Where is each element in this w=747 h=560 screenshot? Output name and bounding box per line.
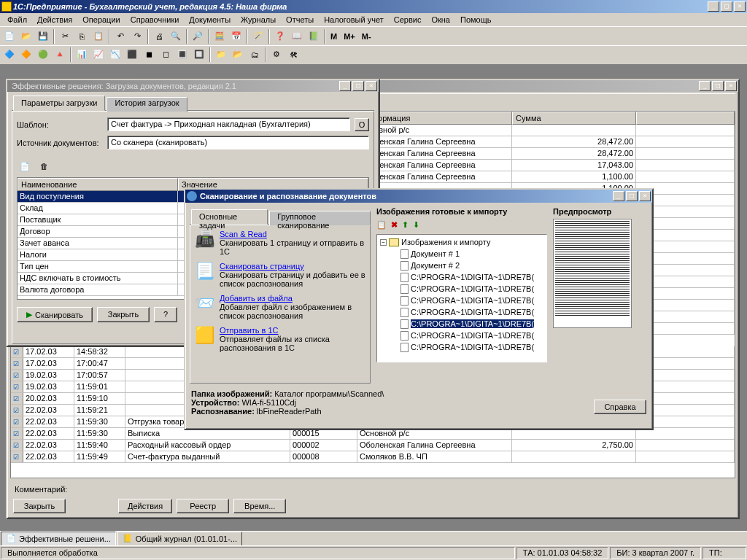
tb-preview-icon[interactable]: 🔍 xyxy=(168,28,184,44)
tb2-j-icon[interactable]: ◻ xyxy=(158,47,174,63)
load-max-button[interactable]: □ xyxy=(352,81,364,91)
tb-help-icon[interactable]: ❓ xyxy=(272,28,288,44)
tree-item[interactable]: C:\PROGRA~1\DIGITA~1\DRE7B( xyxy=(390,295,545,306)
menu-service[interactable]: Сервис xyxy=(390,14,426,26)
journal-reestr-btn[interactable]: Реестр xyxy=(177,499,229,513)
tb-cut-icon[interactable]: ✂ xyxy=(57,28,73,44)
menu-actions[interactable]: Действия xyxy=(33,14,77,26)
table-row[interactable]: ☑22.02.0311:59:49Счет-фактура выданный00… xyxy=(11,451,735,463)
tb-undo-icon[interactable]: ↶ xyxy=(112,28,128,44)
tb2-l-icon[interactable]: 🔲 xyxy=(191,47,207,63)
tb2-f-icon[interactable]: 📈 xyxy=(90,47,107,63)
task-load[interactable]: 📄Эффективные решени... xyxy=(1,532,116,546)
pcol-name[interactable]: Наименование xyxy=(18,178,178,191)
template-dropdown[interactable]: Счет фактура -> Приходная накладная (Бух… xyxy=(107,117,350,131)
journal-max-button[interactable]: □ xyxy=(712,81,724,91)
tree-item[interactable]: Документ # 2 xyxy=(390,260,545,271)
tb-print-icon[interactable]: 🖨 xyxy=(151,28,167,44)
menu-references[interactable]: Справочники xyxy=(126,14,184,26)
scan-button[interactable]: ▶Сканировать xyxy=(17,307,93,322)
tb2-k-icon[interactable]: 🔳 xyxy=(174,47,190,63)
tree-root[interactable]: Изображения к импорту xyxy=(401,238,490,246)
load-help-btn[interactable]: ? xyxy=(154,307,177,322)
task-link[interactable]: Добавить из файла xyxy=(220,294,365,303)
scan-tab-group[interactable]: Групповое сканирование xyxy=(269,211,371,226)
tb2-b-icon[interactable]: 🔶 xyxy=(18,47,34,63)
scan-max-button[interactable]: □ xyxy=(626,191,638,201)
tb2-c-icon[interactable]: 🟢 xyxy=(35,47,51,63)
task-link[interactable]: Scan & Read xyxy=(220,230,365,238)
load-close-btn2[interactable]: Закрыть xyxy=(97,307,150,322)
menu-file[interactable]: Файл xyxy=(3,14,31,26)
jcol-sum[interactable]: Сумма xyxy=(512,112,636,125)
menu-windows[interactable]: Окна xyxy=(427,14,454,26)
jcol-info[interactable]: Информация xyxy=(357,112,512,125)
tree-tb-down-icon[interactable]: ⬇ xyxy=(413,220,419,230)
menu-documents[interactable]: Документы xyxy=(185,14,235,26)
menu-help[interactable]: Помощь xyxy=(456,14,496,26)
tb-book2-icon[interactable]: 📗 xyxy=(306,28,322,44)
main-maximize-button[interactable]: □ xyxy=(721,1,732,12)
load-close-button[interactable]: × xyxy=(365,81,377,91)
tb-paste-icon[interactable]: 📋 xyxy=(90,28,107,44)
tb-mm[interactable]: М- xyxy=(359,31,374,42)
tb2-n-icon[interactable]: 📂 xyxy=(230,47,246,63)
tb-open-icon[interactable]: 📂 xyxy=(18,28,34,44)
tb-wizard-icon[interactable]: 🪄 xyxy=(250,28,266,44)
tb2-i-icon[interactable]: ◼ xyxy=(141,47,157,63)
menu-reports[interactable]: Отчеты xyxy=(282,14,318,26)
table-row[interactable]: ☑22.02.0311:59:40Расходный кассовый орде… xyxy=(11,440,735,451)
tb2-m-icon[interactable]: 📁 xyxy=(213,47,229,63)
source-dropdown[interactable]: Со сканера (сканировать) xyxy=(107,136,369,149)
task-link[interactable]: Сканировать страницу xyxy=(220,262,365,271)
tb-find-icon[interactable]: 🔎 xyxy=(190,28,206,44)
tb2-o-icon[interactable]: 🗂 xyxy=(247,47,263,63)
load-min-button[interactable]: _ xyxy=(339,81,351,91)
images-tree[interactable]: −Изображения к импорту Документ # 1Докум… xyxy=(376,234,547,362)
tb-m[interactable]: М xyxy=(328,31,340,42)
tb2-g-icon[interactable]: 📉 xyxy=(107,47,123,63)
tree-item[interactable]: Документ # 1 xyxy=(390,248,545,260)
tb-book-icon[interactable]: 📖 xyxy=(289,28,305,44)
tb-new-icon[interactable]: 📄 xyxy=(1,28,18,44)
menu-tax[interactable]: Налоговый учет xyxy=(320,14,388,26)
journal-time-btn[interactable]: Время... xyxy=(233,499,286,513)
task-link[interactable]: Отправить в 1С xyxy=(220,326,365,335)
task-journal[interactable]: 📒Общий журнал (01.01.01-... xyxy=(117,532,242,546)
tree-item[interactable]: C:\PROGRA~1\DIGITA~1\DRE7B( xyxy=(390,306,545,318)
tb2-d-icon[interactable]: 🔺 xyxy=(52,47,68,63)
tree-item[interactable]: C:\PROGRA~1\DIGITA~1\DRE7B( xyxy=(390,283,545,295)
load-tab-history[interactable]: История загрузок xyxy=(107,97,187,112)
menu-operations[interactable]: Операции xyxy=(78,14,124,26)
tb-copy-icon[interactable]: ⎘ xyxy=(74,28,90,44)
tb-calendar-icon[interactable]: 📅 xyxy=(228,28,244,44)
tree-tb-view-icon[interactable]: 📋 xyxy=(376,220,387,230)
tb-calc-icon[interactable]: 🧮 xyxy=(212,28,228,44)
scan-min-button[interactable]: _ xyxy=(613,191,624,201)
ptb-b-icon[interactable]: 🗑 xyxy=(36,158,52,174)
tb2-a-icon[interactable]: 🔷 xyxy=(1,47,18,63)
journal-close-btn[interactable]: Закрыть xyxy=(13,499,66,513)
main-minimize-button[interactable]: _ xyxy=(708,1,719,12)
template-ellipsis-button[interactable]: O xyxy=(355,118,369,131)
journal-close-button[interactable]: × xyxy=(725,81,737,91)
tb-save-icon[interactable]: 💾 xyxy=(35,28,51,44)
tb2-h-icon[interactable]: ⬛ xyxy=(124,47,140,63)
main-close-button[interactable]: × xyxy=(734,1,746,12)
tb2-p-icon[interactable]: ⚙ xyxy=(268,47,285,63)
tree-tb-delete-icon[interactable]: ✖ xyxy=(391,220,398,230)
tb2-q-icon[interactable]: 🛠 xyxy=(285,47,301,63)
load-tab-params[interactable]: Параметры загрузки xyxy=(13,96,105,111)
tb-redo-icon[interactable]: ↷ xyxy=(129,28,145,44)
tree-item[interactable]: C:\PROGRA~1\DIGITA~1\DRE7B( xyxy=(390,271,545,283)
journal-actions-btn[interactable]: Действия xyxy=(118,499,172,513)
tree-item[interactable]: C:\PROGRA~1\DIGITA~1\DRE7B( xyxy=(390,330,545,341)
scan-close-button[interactable]: × xyxy=(639,191,651,201)
tb-mp[interactable]: М+ xyxy=(341,31,358,42)
ptb-a-icon[interactable]: 📄 xyxy=(17,158,33,174)
tree-tb-up-icon[interactable]: ⬆ xyxy=(402,220,409,230)
scan-tab-main[interactable]: Основные задачи xyxy=(191,209,268,225)
menu-journals[interactable]: Журналы xyxy=(236,14,280,26)
journal-min-button[interactable]: _ xyxy=(699,81,711,91)
scan-help-button[interactable]: Справка xyxy=(594,400,646,414)
